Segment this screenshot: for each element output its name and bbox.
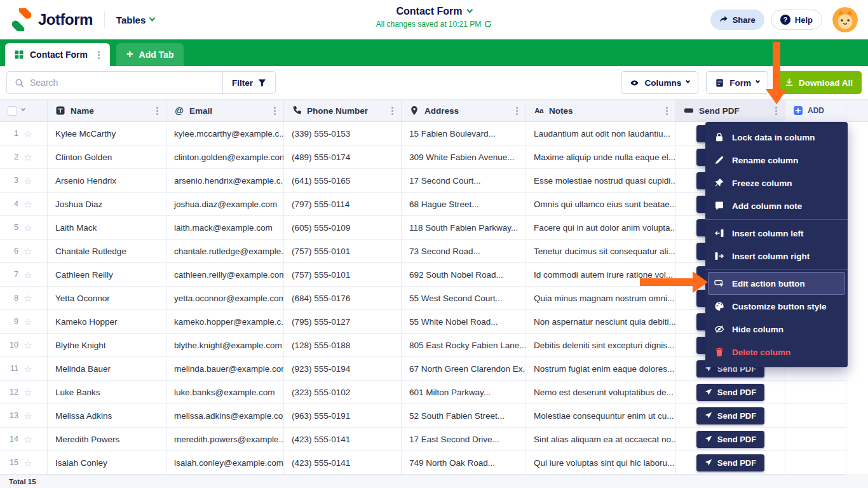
cell-phone[interactable]: (797) 555-0114 [284, 193, 402, 216]
cell-address[interactable]: 118 South Fabien Parkway... [402, 216, 526, 240]
cell-name[interactable]: Yetta Oconnor [48, 287, 166, 310]
cell-notes[interactable]: Id commodi autem irure ratione vol... [526, 263, 676, 287]
cell-email[interactable]: isaiah.conley@example.com [166, 451, 284, 475]
context-menu-item[interactable]: Add column note [705, 194, 848, 217]
cell-name[interactable]: Kylee McCarthy [48, 122, 166, 146]
cell-notes[interactable]: Tenetur ducimus sit consequatur ali... [526, 240, 676, 263]
cell-notes[interactable]: Maxime aliquip unde nulla eaque el... [526, 146, 676, 169]
star-icon[interactable]: ☆ [24, 341, 32, 350]
send-pdf-button[interactable]: Send PDF [696, 384, 764, 401]
cell-name[interactable]: Arsenio Hendrix [48, 169, 166, 193]
cell-email[interactable]: melissa.adkins@example.com [166, 404, 284, 428]
star-icon[interactable]: ☆ [24, 458, 32, 468]
cell-phone[interactable]: (641) 555-0165 [284, 169, 402, 193]
cell-phone[interactable]: (923) 555-0194 [284, 357, 402, 381]
cell-phone[interactable]: (423) 555-0141 [284, 451, 402, 475]
context-menu-item[interactable]: Insert column right [705, 245, 848, 268]
column-header[interactable]: Send PDF [676, 100, 785, 121]
cell-email[interactable]: chantale.rutledge@example... [166, 240, 284, 263]
cell-email[interactable]: cathleen.reilly@example.com [166, 263, 284, 287]
cell-notes[interactable]: Molestiae consequuntur enim ut cu... [526, 404, 676, 428]
cell-address[interactable]: 55 West Second Court... [402, 287, 526, 310]
send-pdf-button[interactable]: Send PDF [696, 407, 764, 424]
column-menu-icon[interactable] [269, 105, 280, 116]
cell-phone[interactable]: (339) 555-0153 [284, 122, 402, 146]
cell-email[interactable]: laith.mack@example.com [166, 216, 284, 240]
cell-email[interactable]: blythe.knight@example.com [166, 334, 284, 357]
column-menu-icon[interactable] [387, 105, 397, 116]
star-icon[interactable]: ☆ [24, 247, 32, 256]
document-title-dropdown[interactable]: Contact Form [376, 6, 492, 17]
star-icon[interactable]: ☆ [24, 388, 32, 397]
cell-address[interactable]: 55 White Nobel Road... [402, 310, 526, 334]
context-menu-item[interactable]: Insert column left [705, 222, 848, 245]
context-menu-item[interactable]: Hide column [705, 318, 848, 341]
cell-name[interactable]: Cathleen Reilly [48, 263, 166, 287]
cell-email[interactable]: meredith.powers@example... [166, 428, 284, 451]
cell-notes[interactable]: Debitis deleniti sint excepturi dignis..… [526, 334, 676, 357]
cell-phone[interactable]: (605) 555-0109 [284, 216, 402, 240]
cell-phone[interactable]: (757) 555-0101 [284, 263, 402, 287]
cell-address[interactable]: 17 Second Court... [402, 169, 526, 193]
star-icon[interactable]: ☆ [24, 364, 32, 374]
cell-email[interactable]: kylee.mccarthy@example.c... [166, 122, 284, 146]
cell-notes[interactable]: Sint alias aliquam ea at occaecat no... [526, 428, 676, 451]
download-all-button[interactable]: Download All [776, 71, 862, 94]
share-button[interactable]: Share [710, 10, 764, 30]
star-icon[interactable]: ☆ [24, 129, 32, 139]
cell-email[interactable]: arsenio.hendrix@example.c... [166, 169, 284, 193]
star-icon[interactable]: ☆ [24, 152, 32, 162]
cell-name[interactable]: Blythe Knight [48, 334, 166, 357]
cell-notes[interactable]: Nostrum fugiat enim eaque dolores... [526, 357, 676, 381]
cell-address[interactable]: 692 South Nobel Road... [402, 263, 526, 287]
cell-address[interactable]: 52 South Fabien Street... [402, 404, 526, 428]
column-header[interactable]: @ Email [166, 100, 284, 121]
columns-button[interactable]: Columns [621, 71, 698, 94]
star-icon[interactable]: ☆ [24, 270, 32, 280]
cell-email[interactable]: luke.banks@example.com [166, 381, 284, 404]
cell-name[interactable]: Melissa Adkins [48, 404, 166, 428]
cell-email[interactable]: kameko.hopper@example.c... [166, 310, 284, 334]
filter-button[interactable]: Filter [222, 72, 275, 93]
cell-address[interactable]: 67 North Green Clarendon Ex... [402, 357, 526, 381]
context-menu-item[interactable]: Rename column [705, 149, 848, 172]
context-menu-item[interactable]: Edit action button [708, 272, 845, 295]
column-menu-icon[interactable] [152, 105, 162, 116]
column-menu-icon[interactable] [771, 105, 781, 116]
column-header[interactable]: Aa Notes [526, 100, 676, 121]
star-icon[interactable]: ☆ [24, 435, 32, 444]
cell-name[interactable]: Melinda Bauer [48, 357, 166, 381]
send-pdf-button[interactable]: Send PDF [696, 431, 764, 448]
star-icon[interactable]: ☆ [24, 223, 32, 233]
search-input[interactable] [30, 78, 222, 88]
cell-name[interactable]: Luke Banks [48, 381, 166, 404]
cell-notes[interactable]: Quia minus magnam nostrum omni... [526, 287, 676, 310]
cell-address[interactable]: 73 Second Road... [402, 240, 526, 263]
cell-address[interactable]: 749 North Oak Road... [402, 451, 526, 475]
cell-phone[interactable]: (423) 555-0141 [284, 428, 402, 451]
cell-notes[interactable]: Omnis qui ullamco eius sunt beatae... [526, 193, 676, 216]
avatar[interactable] [832, 7, 858, 32]
cell-name[interactable]: Isaiah Conley [48, 451, 166, 475]
form-button[interactable]: Form [706, 71, 768, 94]
add-tab-button[interactable]: + Add Tab [116, 43, 184, 66]
cell-name[interactable]: Joshua Diaz [48, 193, 166, 216]
star-icon[interactable]: ☆ [24, 411, 32, 421]
cell-name[interactable]: Meredith Powers [48, 428, 166, 451]
cell-email[interactable]: yetta.oconnor@example.com [166, 287, 284, 310]
cell-phone[interactable]: (128) 555-0188 [284, 334, 402, 357]
cell-name[interactable]: Kameko Hopper [48, 310, 166, 334]
cell-email[interactable]: clinton.golden@example.com [166, 146, 284, 169]
cell-name[interactable]: Chantale Rutledge [48, 240, 166, 263]
cell-notes[interactable]: Laudantium aut odit non laudantiu... [526, 122, 676, 146]
star-icon[interactable]: ☆ [24, 294, 32, 303]
cell-name[interactable]: Clinton Golden [48, 146, 166, 169]
cell-email[interactable]: melinda.bauer@example.com [166, 357, 284, 381]
cell-phone[interactable]: (489) 555-0174 [284, 146, 402, 169]
add-column-button[interactable]: ADD [785, 100, 846, 121]
cell-notes[interactable]: Facere qui in aut dolor anim volupta... [526, 216, 676, 240]
cell-name[interactable]: Laith Mack [48, 216, 166, 240]
star-icon[interactable]: ☆ [24, 317, 32, 327]
column-header[interactable]: Name [48, 100, 166, 121]
star-icon[interactable]: ☆ [24, 200, 32, 209]
